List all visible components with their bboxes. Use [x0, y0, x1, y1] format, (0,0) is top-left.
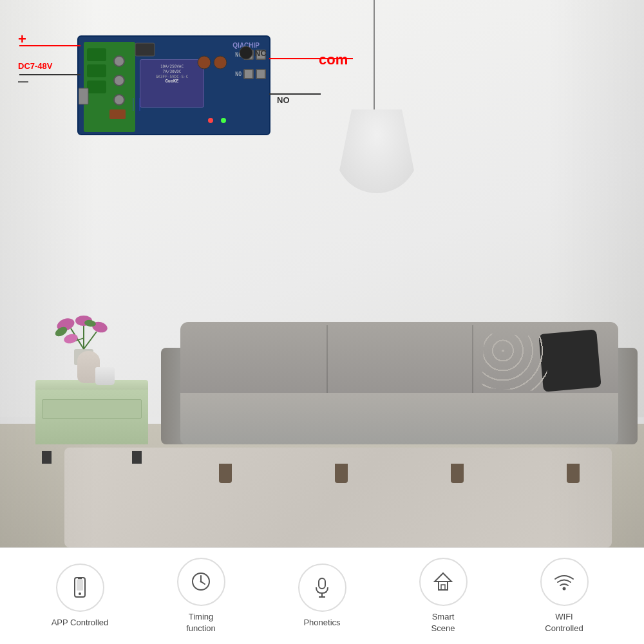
- svg-point-18: [198, 56, 211, 69]
- wifi-label: WIFIControlled: [545, 611, 583, 634]
- feature-smart-scene: SmartScene: [392, 558, 495, 634]
- svg-point-21: [240, 46, 252, 59]
- feature-timing: Timingfunction: [149, 558, 252, 634]
- pcb-module: 10A/250VAC 7A/30VDC GK3FF-5VDC-S-C GuoKE…: [77, 35, 270, 135]
- home-icon: [431, 570, 455, 593]
- svg-point-29: [79, 592, 81, 595]
- svg-point-34: [200, 581, 202, 583]
- label-minus-symbol: —: [18, 76, 28, 88]
- label-no: NO: [277, 95, 290, 105]
- svg-point-23: [208, 118, 213, 123]
- white-pot: [95, 367, 115, 385]
- side-table-body: [35, 390, 148, 444]
- side-table-leg-right: [132, 451, 142, 464]
- smart-scene-label: SmartScene: [431, 611, 455, 634]
- svg-rect-35: [319, 578, 325, 589]
- pcb-board: 10A/250VAC 7A/30VDC GK3FF-5VDC-S-C GuoKE…: [77, 35, 270, 135]
- feature-circle-app: [56, 564, 104, 612]
- clock-icon: [189, 570, 213, 593]
- wifi-icon: [553, 570, 576, 593]
- label-com: com: [319, 52, 348, 68]
- sofa-leg-right: [567, 464, 580, 483]
- sofa-leg-mid-left: [335, 464, 348, 483]
- feature-strip: APP Controlled Timingfunction Phonetics: [0, 547, 644, 644]
- side-table-leg-left: [42, 451, 52, 464]
- svg-point-8: [63, 332, 79, 345]
- patterned-pillow: [482, 333, 549, 391]
- svg-point-41: [563, 587, 566, 591]
- app-controlled-label: APP Controlled: [52, 617, 109, 629]
- label-dc-voltage: DC7-48V: [18, 61, 52, 71]
- svg-marker-38: [435, 573, 451, 582]
- feature-app-controlled: APP Controlled: [28, 564, 131, 629]
- feature-circle-phonetics: [298, 564, 346, 612]
- lamp-cord: [374, 0, 375, 116]
- smartphone-icon: [68, 576, 91, 599]
- side-table: [35, 380, 148, 454]
- svg-point-19: [214, 56, 227, 69]
- wire-minus: [19, 74, 80, 75]
- svg-line-3: [84, 332, 97, 349]
- label-nc: NC: [254, 48, 267, 58]
- svg-point-24: [221, 118, 226, 123]
- side-table-drawer: [42, 399, 142, 419]
- svg-rect-20: [135, 43, 155, 56]
- svg-rect-28: [77, 580, 83, 591]
- phonetics-label: Phonetics: [303, 617, 340, 629]
- feature-circle-wifi: [540, 558, 589, 606]
- sofa-leg-mid-right: [451, 464, 464, 483]
- sofa: [180, 322, 618, 464]
- microphone-icon: [310, 576, 334, 599]
- feature-wifi: WIFIControlled: [513, 558, 616, 634]
- wire-plus: [19, 45, 80, 46]
- timing-label: Timingfunction: [186, 611, 216, 634]
- label-plus-symbol: +: [18, 31, 26, 48]
- cushion-division-2: [472, 325, 473, 402]
- cushion-division-1: [327, 325, 328, 402]
- feature-circle-smart-scene: [419, 558, 468, 606]
- sofa-seat: [180, 393, 618, 444]
- svg-rect-22: [79, 88, 88, 104]
- svg-rect-39: [439, 582, 448, 590]
- svg-rect-40: [441, 585, 445, 590]
- feature-phonetics: Phonetics: [270, 564, 374, 629]
- sofa-leg-left: [219, 464, 232, 483]
- feature-circle-timing: [177, 558, 225, 606]
- wire-no: [269, 93, 321, 95]
